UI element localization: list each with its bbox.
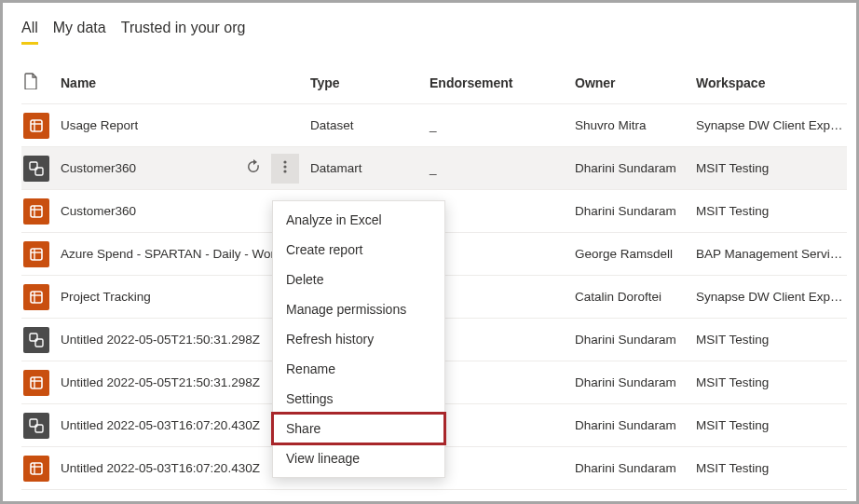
- row-name: Customer360: [61, 161, 136, 175]
- menu-item-create-report[interactable]: Create report: [273, 235, 444, 265]
- row-type-icon: [21, 113, 61, 139]
- row-owner: Dharini Sundaram: [575, 375, 696, 389]
- row-owner: Dharini Sundaram: [575, 161, 696, 175]
- row-owner: Dharini Sundaram: [575, 461, 696, 475]
- row-endorsement: _: [430, 118, 575, 132]
- datamart-icon: [23, 156, 49, 182]
- row-name: Project Tracking: [61, 290, 151, 304]
- row-name-cell[interactable]: Customer360: [61, 154, 310, 184]
- row-name: Usage Report: [61, 118, 138, 132]
- row-workspace: MSIT Testing: [696, 204, 847, 218]
- menu-item-share[interactable]: Share: [273, 414, 444, 443]
- menu-item-refresh-history[interactable]: Refresh history: [273, 324, 444, 354]
- more-vertical-icon: [277, 158, 293, 178]
- menu-item-manage-permissions[interactable]: Manage permissions: [273, 294, 444, 324]
- refresh-icon: [245, 158, 262, 178]
- more-options-button[interactable]: [271, 154, 299, 184]
- refresh-button[interactable]: [241, 157, 266, 181]
- dataset-icon: [23, 113, 49, 139]
- menu-item-delete[interactable]: Delete: [273, 265, 444, 294]
- row-owner: George Ramsdell: [575, 247, 696, 261]
- row-type: Dataset: [310, 118, 430, 132]
- column-header-name[interactable]: Name: [61, 75, 310, 90]
- tab-all[interactable]: All: [21, 18, 38, 45]
- column-header-endorsement[interactable]: Endorsement: [430, 75, 575, 90]
- row-type: Datamart: [310, 161, 430, 175]
- dataset-icon: [23, 370, 49, 396]
- tab-mydata[interactable]: My data: [53, 18, 106, 45]
- row-type-icon: [21, 241, 61, 267]
- datamart-icon: [23, 413, 49, 439]
- column-header-icon: [21, 73, 61, 92]
- row-type-icon: [21, 456, 61, 482]
- dataset-icon: [23, 456, 49, 482]
- row-workspace: Synapse DW Client Experi...: [696, 290, 847, 304]
- table-row[interactable]: Customer360 Datamart _ Dharini Sundaram …: [21, 147, 847, 190]
- datamart-icon: [23, 327, 49, 353]
- row-endorsement: _: [430, 161, 575, 175]
- row-workspace: MSIT Testing: [696, 333, 847, 347]
- column-header-owner[interactable]: Owner: [575, 75, 696, 90]
- menu-item-view-lineage[interactable]: View lineage: [273, 443, 444, 473]
- row-type-icon: [21, 198, 61, 225]
- dataset-icon: [23, 284, 49, 310]
- row-workspace: Synapse DW Client Experi...: [696, 118, 847, 132]
- row-name: Untitled 2022-05-05T21:50:31.298Z: [61, 333, 260, 347]
- column-header-type[interactable]: Type: [310, 75, 430, 90]
- document-icon: [23, 73, 38, 92]
- row-type-icon: [21, 284, 61, 310]
- row-name: Customer360: [61, 204, 136, 218]
- row-workspace: MSIT Testing: [696, 375, 847, 389]
- row-type-icon: [21, 413, 61, 439]
- menu-item-rename[interactable]: Rename: [273, 354, 444, 384]
- row-workspace: MSIT Testing: [696, 461, 847, 475]
- dataset-icon: [23, 198, 49, 225]
- row-type-icon: [21, 327, 61, 353]
- row-owner: Shuvro Mitra: [575, 118, 696, 132]
- menu-item-analyze-in-excel[interactable]: Analyze in Excel: [273, 205, 444, 235]
- dataset-icon: [23, 241, 49, 267]
- row-type-icon: [21, 156, 61, 182]
- table-row[interactable]: Usage Report Dataset _ Shuvro Mitra Syna…: [21, 104, 847, 147]
- context-menu: Analyze in ExcelCreate reportDeleteManag…: [272, 200, 445, 478]
- row-name: Untitled 2022-05-03T16:07:20.430Z: [61, 461, 260, 475]
- row-owner: Catalin Doroftei: [575, 290, 696, 304]
- row-owner: Dharini Sundaram: [575, 333, 696, 347]
- row-name: Untitled 2022-05-03T16:07:20.430Z: [61, 418, 260, 432]
- row-owner: Dharini Sundaram: [575, 418, 696, 432]
- row-type-icon: [21, 370, 61, 396]
- row-owner: Dharini Sundaram: [575, 204, 696, 218]
- menu-item-settings[interactable]: Settings: [273, 384, 444, 414]
- row-workspace: MSIT Testing: [696, 161, 847, 175]
- app-frame: All My data Trusted in your org Name Typ…: [0, 0, 859, 504]
- row-workspace: BAP Management Services: [696, 247, 847, 261]
- row-name: Untitled 2022-05-05T21:50:31.298Z: [61, 375, 260, 389]
- table-header-row: Name Type Endorsement Owner Workspace: [21, 61, 847, 104]
- row-workspace: MSIT Testing: [696, 418, 847, 432]
- row-name-cell[interactable]: Usage Report: [61, 118, 310, 132]
- row-name: Azure Spend - SPARTAN - Daily - Workspac…: [61, 247, 305, 261]
- tab-bar: All My data Trusted in your org: [21, 18, 847, 45]
- column-header-workspace[interactable]: Workspace: [696, 75, 847, 90]
- tab-trusted[interactable]: Trusted in your org: [121, 18, 246, 45]
